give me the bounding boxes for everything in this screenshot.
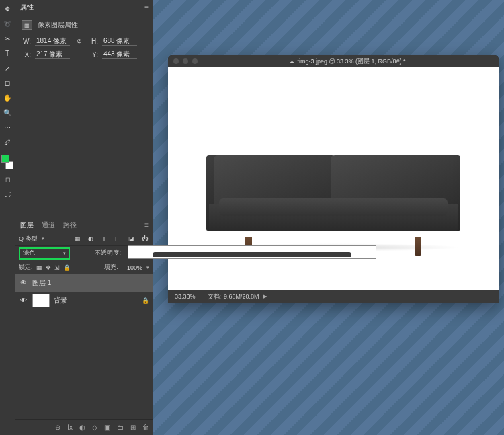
filter-pixel-icon[interactable]: ▦ bbox=[73, 234, 82, 243]
x-label: X: bbox=[22, 51, 31, 58]
blend-mode-select[interactable]: 滤色 ▾ bbox=[19, 247, 70, 260]
layers-menu-icon[interactable]: ≡ bbox=[144, 221, 148, 229]
chevron-down-icon[interactable]: ▾ bbox=[146, 265, 149, 270]
filter-type-icon[interactable]: T bbox=[99, 234, 109, 243]
window-min-icon[interactable] bbox=[183, 58, 188, 64]
shape-tool-icon[interactable]: ◻ bbox=[1, 77, 13, 89]
lock-pixels-icon[interactable]: ▦ bbox=[36, 264, 42, 271]
path-tool-icon[interactable]: ↗ bbox=[1, 62, 13, 74]
lock-label: 锁定: bbox=[19, 263, 33, 272]
edit-toolbar-icon[interactable]: 🖊 bbox=[1, 136, 13, 148]
adjustment-icon[interactable]: ◇ bbox=[92, 424, 97, 431]
tab-channels[interactable]: 通道 bbox=[42, 221, 55, 230]
chevron-down-icon[interactable]: ▾ bbox=[42, 236, 44, 241]
width-field[interactable] bbox=[35, 36, 70, 46]
type-tool-icon[interactable]: T bbox=[1, 47, 13, 59]
y-label: Y: bbox=[89, 51, 98, 58]
filter-shape-icon[interactable]: ◫ bbox=[113, 234, 122, 243]
zoom-value[interactable]: 33.33% bbox=[175, 293, 196, 300]
opacity-label: 不透明度: bbox=[95, 249, 121, 258]
hand2-tool-icon[interactable]: ✋ bbox=[1, 91, 13, 104]
window-max-icon[interactable] bbox=[192, 58, 198, 64]
filesize-value: 9.68M/20.8M bbox=[224, 293, 259, 300]
document-window: ☁ timg-3.jpeg @ 33.3% (图层 1, RGB/8#) * bbox=[168, 55, 499, 303]
status-menu-icon[interactable]: ▶ bbox=[263, 294, 267, 299]
lock-artboard-icon[interactable]: ⇲ bbox=[54, 264, 60, 271]
tab-layers[interactable]: 图层 bbox=[20, 221, 34, 230]
panels-column: 属性 ≡ ▦ 像素图层属性 W: ⊘ H: X: bbox=[15, 0, 153, 435]
document-statusbar: 33.33% 文档: 9.68M/20.8M ▶ bbox=[168, 290, 499, 303]
tab-paths[interactable]: 路径 bbox=[63, 221, 77, 230]
lasso-tool-icon[interactable]: ➰ bbox=[1, 17, 13, 30]
zoom-tool-icon[interactable]: 🔍 bbox=[1, 106, 13, 118]
x-field[interactable] bbox=[35, 50, 70, 59]
height-field[interactable] bbox=[102, 36, 137, 46]
properties-panel: 属性 ≡ ▦ 像素图层属性 W: ⊘ H: X: bbox=[15, 0, 153, 218]
layer-list: 👁 图层 1 👁 背景 🔒 bbox=[15, 274, 153, 420]
link-layers-icon[interactable]: ⊖ bbox=[55, 424, 60, 431]
foreground-color[interactable] bbox=[1, 155, 9, 163]
w-label: W: bbox=[22, 38, 31, 45]
visibility-icon[interactable]: 👁 bbox=[19, 278, 28, 288]
fill-label: 填充: bbox=[104, 263, 118, 272]
layers-bottom-bar: ⊖ fx ◐ ◇ ▣ 🗀 ⊞ 🗑 bbox=[15, 419, 153, 435]
properties-tab[interactable]: 属性 bbox=[20, 3, 34, 12]
h-label: H: bbox=[89, 38, 98, 45]
cloud-icon: ☁ bbox=[289, 58, 294, 65]
layers-panel: 图层 通道 路径 ≡ Q 类型 ▾ ▦ ◐ T ◫ ◪ ⏻ 滤色 bbox=[15, 218, 153, 436]
chevron-down-icon: ▾ bbox=[63, 251, 66, 256]
filter-toggle-icon[interactable]: ⏻ bbox=[140, 234, 149, 243]
sofa-image bbox=[209, 154, 458, 240]
properties-title: 像素图层属性 bbox=[38, 20, 78, 30]
new-layer-icon[interactable]: ⊞ bbox=[130, 424, 136, 431]
quickmask-icon[interactable]: ◻ bbox=[3, 175, 12, 184]
filter-smart-icon[interactable]: ◪ bbox=[126, 234, 136, 243]
layer-item-background[interactable]: 👁 背景 🔒 bbox=[15, 292, 153, 309]
layer-name: 背景 bbox=[54, 296, 67, 305]
y-field[interactable] bbox=[102, 50, 137, 59]
tools-toolbar: ✥ ➰ ✂ T ↗ ◻ ✋ 🔍 ⋯ 🖊 ◻ ⛶ bbox=[0, 0, 15, 435]
crop-tool-icon[interactable]: ✂ bbox=[1, 32, 13, 44]
link-wh-icon[interactable]: ⊘ bbox=[74, 36, 85, 46]
mask-icon[interactable]: ◐ bbox=[79, 424, 85, 431]
filesize-label: 文档: bbox=[208, 292, 222, 301]
filter-adjust-icon[interactable]: ◐ bbox=[86, 234, 95, 243]
lock-icon[interactable]: 🔒 bbox=[142, 297, 149, 304]
document-titlebar[interactable]: ☁ timg-3.jpeg @ 33.3% (图层 1, RGB/8#) * bbox=[168, 55, 499, 67]
pixel-layer-icon: ▦ bbox=[22, 20, 32, 30]
trash-icon[interactable]: 🗑 bbox=[142, 424, 149, 431]
window-close-icon[interactable] bbox=[173, 58, 179, 64]
lock-all-icon[interactable]: 🔒 bbox=[63, 264, 71, 271]
blend-mode-value: 滤色 bbox=[23, 249, 35, 258]
fill-field[interactable] bbox=[122, 264, 143, 271]
more-tool-icon[interactable]: ⋯ bbox=[1, 121, 13, 133]
layer-item-1[interactable]: 👁 图层 1 bbox=[15, 274, 153, 292]
document-title: timg-3.jpeg @ 33.3% (图层 1, RGB/8#) * bbox=[297, 57, 405, 66]
fx-icon[interactable]: fx bbox=[67, 424, 73, 431]
group-icon[interactable]: ▣ bbox=[104, 424, 110, 431]
lock-position-icon[interactable]: ✥ bbox=[46, 264, 51, 271]
visibility-icon[interactable]: 👁 bbox=[19, 296, 28, 305]
color-swatches[interactable] bbox=[1, 155, 13, 169]
panel-menu-icon[interactable]: ≡ bbox=[144, 4, 148, 11]
canvas-area: ☁ timg-3.jpeg @ 33.3% (图层 1, RGB/8#) * bbox=[153, 0, 504, 435]
layer-name: 图层 1 bbox=[32, 278, 51, 288]
hand-tool-icon[interactable]: ✥ bbox=[1, 3, 13, 15]
layer-thumbnail[interactable] bbox=[32, 294, 50, 307]
screenmode-icon[interactable]: ⛶ bbox=[3, 190, 12, 199]
layer-filter-label[interactable]: Q 类型 bbox=[19, 235, 38, 243]
folder-icon[interactable]: 🗀 bbox=[117, 424, 124, 431]
